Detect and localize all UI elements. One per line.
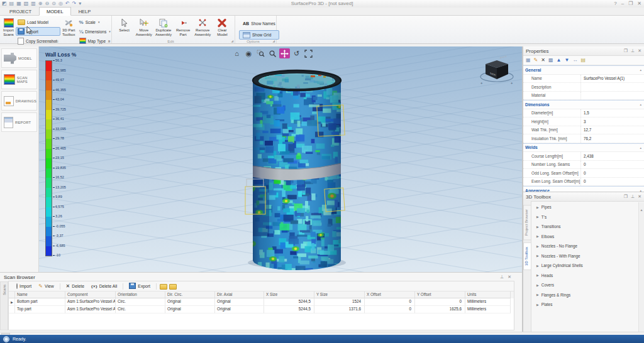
column-header-orientation[interactable]: Orientation <box>116 291 165 298</box>
save-map-icon[interactable] <box>169 281 177 292</box>
dialog-launcher-icon[interactable]: ◢ <box>108 39 110 43</box>
3d-part-toolbox-button[interactable]: 3D Part Toolbox <box>62 17 75 37</box>
fit-tool-button[interactable] <box>303 48 314 58</box>
property-row[interactable]: Number Long. Seams0 <box>523 161 644 170</box>
section-header-dimensions[interactable]: Dimensions▴ <box>523 100 644 109</box>
scroll-up-icon[interactable]: ▲ <box>640 208 643 212</box>
close-icon[interactable]: ✕ <box>638 48 641 53</box>
sidebar-item-scan-maps[interactable]: SCAN MAPS <box>1 70 37 89</box>
remove-part-button[interactable]: Remove Part <box>174 17 192 37</box>
column-header-dir-axial[interactable]: Dir. Axial <box>215 291 264 298</box>
3d-viewport[interactable]: ⌂◉↺ Wall Loss % 56,352,98549,6746,35543,… <box>39 46 522 272</box>
show-grid-toggle[interactable]: Show Grid <box>239 30 279 40</box>
property-row[interactable]: Course Length[m]2,438 <box>523 152 644 161</box>
import-button[interactable]: Import <box>14 283 34 289</box>
column-header-x-size[interactable]: X Size <box>264 291 314 298</box>
table-view-icon[interactable]: ▩ <box>548 57 553 63</box>
tab-3d-toolbox[interactable]: 3D Toolbox <box>523 242 531 270</box>
toolbox-item-elbows[interactable]: ▶Elbows <box>531 232 639 242</box>
delete-item-icon[interactable]: ✕ <box>541 57 545 63</box>
ribbon-tab-help[interactable]: HELP <box>72 8 98 15</box>
table-row[interactable]: ▶Bottom partAsm 1:SurfacePro Vessel A(1)… <box>9 298 514 306</box>
rotate-tool-button[interactable]: ↺ <box>291 48 302 58</box>
add-item-icon[interactable]: ▦ <box>526 57 531 63</box>
fit-width-icon[interactable]: ↔ <box>572 57 577 63</box>
home-tool-button[interactable]: ⌂ <box>231 48 242 58</box>
dialog-launcher-icon[interactable]: ◢ <box>231 39 233 43</box>
property-row[interactable]: Material <box>523 92 644 101</box>
toolbox-item-t-s[interactable]: ▶T's <box>531 212 639 222</box>
pin-icon[interactable]: ⊥ <box>500 275 504 280</box>
zoom-window-tool-button[interactable] <box>255 48 266 58</box>
toolbox-item-large-cylindrical-shells[interactable]: ▶Large Cylindrical Shells <box>531 261 639 271</box>
collapse-icon[interactable]: ▴ <box>640 146 641 150</box>
help-button[interactable]: ? <box>614 1 616 7</box>
table-row[interactable]: Top partAsm 1:SurfacePro Vessel A(1)Circ… <box>9 306 514 313</box>
edit-item-icon[interactable]: ✎ <box>534 57 538 63</box>
ribbon-tab-project[interactable]: PROJECT <box>3 8 38 15</box>
load-model-button[interactable]: Load Model <box>16 18 60 26</box>
property-row[interactable]: Description <box>523 83 644 92</box>
close-button[interactable]: ✕ <box>637 1 641 7</box>
collapse-icon[interactable]: ▴ <box>640 102 641 106</box>
maximize-panel-icon[interactable]: ❐ <box>624 194 628 199</box>
property-row[interactable]: Odd Long. Seam Offset[m]0 <box>523 169 644 178</box>
sidebar-item-model[interactable]: MODEL <box>1 48 37 68</box>
section-header-general[interactable]: General▴ <box>523 65 644 75</box>
toolbox-item-nozzles-no-flange[interactable]: ▶Nozzles - No Flange <box>531 241 639 251</box>
move-down-icon[interactable]: ▼ <box>564 57 569 63</box>
pan-tool-button[interactable] <box>279 48 290 58</box>
select-button[interactable]: Select <box>115 17 133 33</box>
toolbox-item-flanges-rings[interactable]: ▶Flanges & Rings <box>531 290 639 300</box>
property-row[interactable]: Insulation Thk. [mm]76,2 <box>523 134 644 143</box>
delete-button[interactable]: ✕Delete <box>64 283 87 290</box>
property-row[interactable]: Height[m]3 <box>523 117 644 126</box>
vessel-model[interactable] <box>245 70 346 272</box>
toolbox-item-nozzles-with-flange[interactable]: ▶Nozzles - With Flange <box>531 251 639 261</box>
toolbox-item-heads[interactable]: ▶Heads <box>531 271 639 281</box>
dialog-launcher-icon[interactable]: ◢ <box>272 39 275 43</box>
section-header-welds[interactable]: Welds▴ <box>523 143 644 153</box>
column-header-component[interactable]: Component <box>65 291 116 298</box>
move-assembly-button[interactable]: Move Assembly <box>135 17 153 37</box>
export-button[interactable]: Export <box>126 282 153 290</box>
toolbox-item-covers[interactable]: ▶Covers <box>531 280 639 290</box>
maximize-panel-icon[interactable]: ❐ <box>624 48 628 53</box>
clear-model-button[interactable]: Clear Model <box>213 17 231 37</box>
duplicate-assembly-button[interactable]: Duplicate Assembly <box>154 17 172 37</box>
property-row[interactable]: Diameter[m]1,5 <box>523 109 644 118</box>
column-header-name[interactable]: Name <box>15 291 65 298</box>
view-button[interactable]: ✎View <box>36 283 56 290</box>
column-header-x-offset[interactable]: X Offset <box>365 291 415 298</box>
column-header-y-offset[interactable]: Y Offset <box>415 291 465 298</box>
orbit-tool-button[interactable]: ◉ <box>243 48 254 58</box>
property-row[interactable]: Wall Thk. [mm]12,7 <box>523 126 644 135</box>
sidebar-item-report[interactable]: REPORT <box>1 112 37 132</box>
toolbox-item-pipes[interactable]: ▶Pipes <box>531 202 639 212</box>
import-scans-button[interactable]: Import Scans <box>3 17 14 37</box>
toolbox-item-transitions[interactable]: ▶Transitions <box>531 222 639 232</box>
maximize-button[interactable]: ❐ <box>628 1 633 7</box>
pin-icon[interactable]: ⊥ <box>631 48 635 53</box>
close-icon[interactable]: ✕ <box>508 275 511 280</box>
minimize-button[interactable]: – <box>621 1 624 7</box>
pin-icon[interactable]: ⊥ <box>631 194 635 199</box>
toolbox-scrollbar[interactable]: ▲ <box>638 202 644 332</box>
close-icon[interactable]: ✕ <box>638 194 641 199</box>
ribbon-tab-model[interactable]: MODEL <box>39 7 71 16</box>
toolbox-item-plates[interactable]: ▶Plates <box>531 300 639 310</box>
property-row[interactable]: Even Long. Seam Offset[m]0 <box>523 178 644 187</box>
delete-all-button[interactable]: {✕}Delete All <box>89 283 119 289</box>
export-button[interactable]: Export <box>16 27 60 36</box>
collapse-icon[interactable]: ▴ <box>640 68 641 72</box>
property-row[interactable]: NameSurfacePro Vessel A(1) <box>523 75 644 84</box>
remove-assembly-button[interactable]: Remove Assembly <box>194 17 212 37</box>
column-header-dir-circ-[interactable]: Dir. Circ. <box>165 291 215 298</box>
show-names-toggle[interactable]: ABShow Names <box>239 19 279 28</box>
dimensions-dropdown[interactable]: ¼ Dimensions▾ <box>77 27 114 36</box>
measure-icon[interactable]: ▤ <box>580 57 586 63</box>
scale-dropdown[interactable]: % Scale▾ <box>77 18 114 26</box>
column-header-y-size[interactable]: Y Size <box>314 291 365 298</box>
zoom-tool-button[interactable] <box>267 48 278 58</box>
sidebar-item-drawings[interactable]: DRAWINGS <box>1 91 37 111</box>
